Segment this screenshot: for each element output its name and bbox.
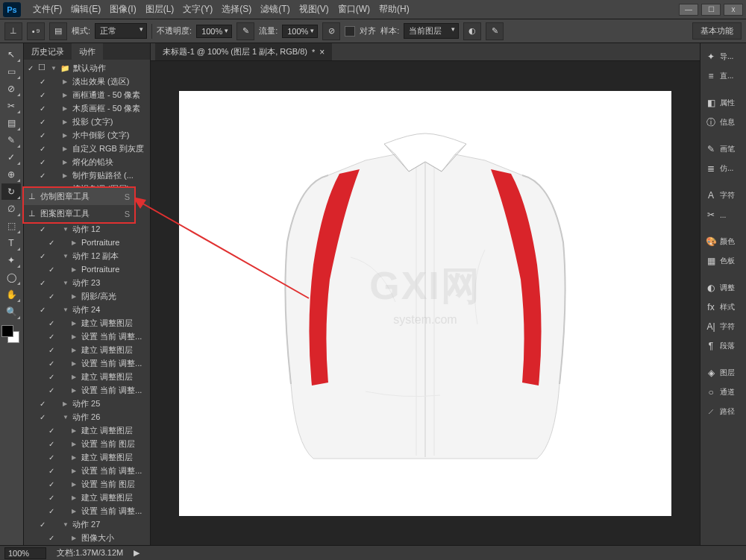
panel-shortcut[interactable]: ▦色板 bbox=[702, 252, 745, 270]
menu-item[interactable]: 文件(F) bbox=[28, 0, 66, 19]
menu-item[interactable]: 图像(I) bbox=[105, 0, 140, 19]
tool-button[interactable]: ⊘ bbox=[1, 81, 21, 97]
canvas[interactable]: GXI网 system.com bbox=[179, 91, 671, 516]
aligned-checkbox[interactable] bbox=[345, 26, 355, 37]
action-item[interactable]: ✓▶建立 调整图层 bbox=[24, 491, 150, 504]
menu-item[interactable]: 选择(S) bbox=[217, 0, 256, 19]
close-tab-icon[interactable]: × bbox=[319, 47, 325, 57]
tool-button[interactable]: ↖ bbox=[1, 46, 21, 63]
panel-shortcut[interactable]: ○通道 bbox=[702, 383, 745, 401]
brush-panel-icon[interactable]: ▤ bbox=[49, 22, 67, 40]
action-item[interactable]: ✓▼动作 24 bbox=[24, 303, 150, 316]
panel-shortcut[interactable]: fx样式 bbox=[702, 298, 745, 316]
menu-item[interactable]: 帮助(H) bbox=[374, 0, 414, 19]
action-item[interactable]: ✓▼动作 12 副本 bbox=[24, 249, 150, 262]
airbrush-icon[interactable]: ⊘ bbox=[322, 22, 340, 40]
panel-shortcut[interactable]: ≡直... bbox=[702, 67, 745, 85]
action-item[interactable]: ✓▶设置 当前 图层 bbox=[24, 477, 150, 491]
action-item[interactable]: ✓▶建立 调整图层 bbox=[24, 316, 150, 330]
action-item[interactable]: ✓▶自定义 RGB 到灰度 bbox=[24, 142, 150, 155]
brush-preset-dropdown[interactable]: •9 bbox=[27, 22, 45, 40]
action-item[interactable]: ✓▶阴影/高光 bbox=[24, 289, 150, 303]
panel-shortcut[interactable]: ◈图层 bbox=[702, 364, 745, 382]
ignore-adj-icon[interactable]: ◐ bbox=[463, 22, 481, 40]
action-item[interactable]: ✓▶建立 调整图层 bbox=[24, 370, 150, 383]
clone-stamp-tool-item[interactable]: ⊥ 仿制图章工具 S bbox=[24, 188, 134, 205]
tool-button[interactable]: ✦ bbox=[1, 252, 21, 268]
flow-dropdown[interactable]: 100% bbox=[282, 25, 318, 38]
action-item[interactable]: ✓▶动作 25 bbox=[24, 397, 150, 410]
workspace-switcher[interactable]: 基本功能 bbox=[692, 22, 742, 40]
stamp-tool-icon[interactable]: ⊥ bbox=[4, 22, 22, 40]
tool-button[interactable]: ∅ bbox=[1, 201, 21, 217]
action-item[interactable]: ✓▶设置 当前 调整... bbox=[24, 356, 150, 370]
blend-mode-dropdown[interactable]: 正常 bbox=[95, 23, 147, 39]
action-item[interactable]: ✓▶建立 调整图层 bbox=[24, 343, 150, 356]
tool-button[interactable]: ▤ bbox=[1, 115, 21, 131]
menu-item[interactable]: 滤镜(T) bbox=[256, 0, 294, 19]
pattern-stamp-tool-item[interactable]: ⊥ 图案图章工具 S bbox=[24, 205, 134, 222]
menu-item[interactable]: 视图(V) bbox=[295, 0, 333, 19]
actions-list[interactable]: ✓☐ ▼ 📁 默认动作 ✓▶淡出效果 (选区)✓▶画框通道 - 50 像素✓▶木… bbox=[24, 60, 150, 545]
action-item[interactable]: ✓▼动作 23 bbox=[24, 276, 150, 289]
action-item[interactable]: ✓▶图像大小 bbox=[24, 531, 150, 544]
panel-shortcut[interactable]: ◧属性 bbox=[702, 94, 745, 112]
history-tab[interactable]: 历史记录 bbox=[24, 43, 72, 60]
menu-item[interactable]: 文字(Y) bbox=[178, 0, 217, 19]
tool-button[interactable]: ▭ bbox=[1, 63, 21, 80]
tool-button[interactable]: ⬚ bbox=[1, 218, 21, 234]
panel-shortcut[interactable]: A|字符 bbox=[702, 318, 745, 336]
panel-shortcut[interactable]: ⟋路径 bbox=[702, 403, 745, 421]
canvas-viewport[interactable]: GXI网 system.com bbox=[151, 61, 700, 545]
action-item[interactable]: ✓▶木质画框 - 50 像素 bbox=[24, 101, 150, 115]
action-item[interactable]: ✓▶设置 当前 调整... bbox=[24, 464, 150, 477]
action-item[interactable]: ✓▶水中倒影 (文字) bbox=[24, 128, 150, 142]
action-item[interactable]: ✓▶设置 当前 图层 bbox=[24, 437, 150, 450]
panel-shortcut[interactable]: ⓘ信息 bbox=[702, 113, 745, 131]
minimize-button[interactable]: — bbox=[679, 4, 698, 16]
tool-button[interactable]: ⊕ bbox=[1, 166, 21, 183]
action-item[interactable]: ✓▶熔化的铅块 bbox=[24, 155, 150, 169]
color-swatches[interactable] bbox=[1, 325, 19, 343]
action-item[interactable]: ✓▶投影 (文字) bbox=[24, 115, 150, 128]
actions-tab[interactable]: 动作 bbox=[72, 43, 103, 60]
sample-dropdown[interactable]: 当前图层 bbox=[404, 23, 459, 39]
action-item[interactable]: ✓▶建立 调整图层 bbox=[24, 424, 150, 437]
action-item[interactable]: ✓▶淡出效果 (选区) bbox=[24, 75, 150, 88]
panel-shortcut[interactable]: ◐调整 bbox=[702, 279, 745, 297]
action-item[interactable]: ✓▶设置 当前 调整... bbox=[24, 383, 150, 397]
action-item[interactable]: ✓▶建立 调整图层 bbox=[24, 450, 150, 464]
tool-button[interactable]: ✓ bbox=[1, 149, 21, 166]
panel-shortcut[interactable]: ✎画笔 bbox=[702, 140, 745, 158]
tool-button[interactable]: ↻ bbox=[1, 183, 21, 200]
action-root[interactable]: ✓☐ ▼ 📁 默认动作 bbox=[24, 61, 150, 75]
menu-item[interactable]: 编辑(E) bbox=[66, 0, 105, 19]
tool-button[interactable]: ✂ bbox=[1, 98, 21, 114]
panel-shortcut[interactable]: ≣仿... bbox=[702, 160, 745, 177]
action-item[interactable]: ✓▶设置 当前 调整... bbox=[24, 330, 150, 343]
opacity-dropdown[interactable]: 100% bbox=[196, 25, 232, 38]
tool-button[interactable]: T bbox=[1, 235, 21, 251]
action-item[interactable]: ✓▶Portraiture bbox=[24, 262, 150, 276]
action-item[interactable]: ✓▶制作剪贴路径 (... bbox=[24, 169, 150, 182]
panel-shortcut[interactable]: ¶段落 bbox=[702, 337, 745, 355]
tool-button[interactable]: ✋ bbox=[1, 286, 21, 303]
tool-button[interactable]: ✎ bbox=[1, 132, 21, 148]
panel-shortcut[interactable]: A字符 bbox=[702, 186, 745, 204]
action-item[interactable]: ✓▶Portraiture bbox=[24, 236, 150, 249]
panel-shortcut[interactable]: 🎨颜色 bbox=[702, 233, 745, 251]
action-item[interactable]: ✓▶画框通道 - 50 像素 bbox=[24, 88, 150, 101]
panel-shortcut[interactable]: ✦导... bbox=[702, 48, 745, 66]
action-item[interactable]: ✓▼动作 26 bbox=[24, 410, 150, 424]
tool-button[interactable]: ◯ bbox=[1, 269, 21, 286]
close-button[interactable]: x bbox=[724, 4, 743, 16]
pressure-opacity-icon[interactable]: ✎ bbox=[236, 22, 254, 40]
document-tab[interactable]: 未标题-1 @ 100% (图层 1 副本, RGB/8) * × bbox=[155, 43, 332, 60]
zoom-input[interactable] bbox=[4, 547, 46, 559]
action-item[interactable]: ✓▶设置 当前 调整... bbox=[24, 504, 150, 517]
menu-item[interactable]: 图层(L) bbox=[141, 0, 179, 19]
maximize-button[interactable]: ☐ bbox=[701, 4, 721, 16]
pressure-size-icon[interactable]: ✎ bbox=[486, 22, 504, 40]
panel-shortcut[interactable]: ✂... bbox=[702, 206, 745, 224]
action-item[interactable]: ✓▼动作 27 bbox=[24, 517, 150, 531]
